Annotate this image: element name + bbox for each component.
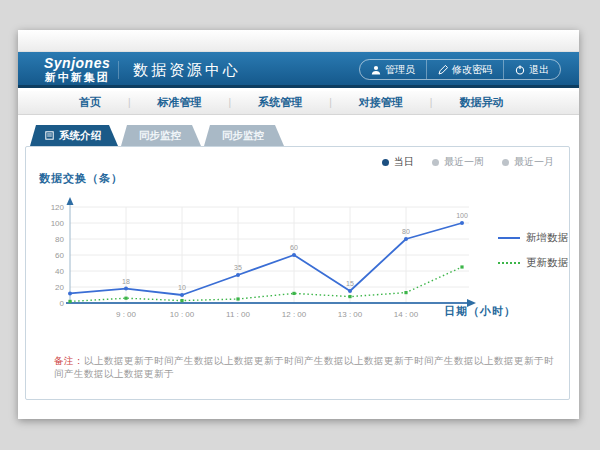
radio-today[interactable]: 当日: [382, 155, 414, 169]
radio-last-week[interactable]: 最近一周: [432, 155, 484, 169]
legend-item-new-data[interactable]: 新增数据: [498, 231, 568, 245]
radio-dot-icon: [382, 159, 389, 166]
nav-item-system-mgmt[interactable]: 系统管理: [231, 95, 329, 110]
svg-text:9 : 00: 9 : 00: [116, 310, 137, 319]
radio-label: 最近一月: [514, 155, 554, 169]
tab-label: 同步监控: [222, 129, 264, 143]
brand-logo: Synjones 新中新集团: [44, 55, 110, 84]
tab-label: 系统介绍: [59, 129, 101, 143]
tab-label: 同步监控: [139, 129, 181, 143]
radio-dot-icon: [502, 159, 509, 166]
svg-text:20: 20: [55, 283, 64, 292]
dotted-line-swatch-icon: [498, 262, 520, 264]
svg-text:100: 100: [456, 212, 468, 219]
brand-name-cn: 新中新集团: [44, 71, 110, 84]
svg-text:13 : 00: 13 : 00: [338, 310, 363, 319]
svg-text:35: 35: [234, 264, 242, 271]
user-icon: [371, 65, 381, 75]
tab-sync-monitor-1[interactable]: 同步监控: [121, 125, 201, 146]
svg-text:14 : 00: 14 : 00: [394, 310, 419, 319]
radio-dot-icon: [432, 159, 439, 166]
svg-text:120: 120: [51, 203, 65, 212]
svg-text:0: 0: [60, 299, 65, 308]
series-legend: 新增数据 更新数据: [498, 231, 568, 270]
svg-text:80: 80: [55, 235, 64, 244]
logout-button[interactable]: 退出: [503, 60, 560, 79]
change-password-button[interactable]: 修改密码: [426, 60, 503, 79]
svg-text:11 : 00: 11 : 00: [226, 310, 250, 319]
x-axis-title: 日期（小时）: [444, 304, 516, 319]
radio-label: 最近一周: [444, 155, 484, 169]
solid-line-swatch-icon: [498, 237, 520, 239]
change-password-label: 修改密码: [452, 63, 492, 77]
tab-bar: 系统介绍 同步监控 同步监控: [30, 125, 284, 146]
app-header: Synjones 新中新集团 数据资源中心 管理员 修改密码: [18, 52, 579, 88]
svg-text:18: 18: [122, 278, 130, 285]
tab-system-intro[interactable]: 系统介绍: [30, 125, 118, 146]
y-axis-title: 数据交换（条）: [39, 171, 123, 186]
document-icon: [45, 131, 54, 140]
svg-text:10 : 00: 10 : 00: [170, 310, 195, 319]
page-title: 数据资源中心: [118, 61, 241, 79]
time-range-filter: 当日 最近一周 最近一月: [382, 155, 554, 169]
browser-chrome-strip: [18, 30, 579, 52]
screen: Synjones 新中新集团 数据资源中心 管理员 修改密码: [0, 0, 600, 450]
radio-last-month[interactable]: 最近一月: [502, 155, 554, 169]
svg-text:100: 100: [51, 219, 65, 228]
legend-item-update-data[interactable]: 更新数据: [498, 256, 568, 270]
svg-text:80: 80: [402, 228, 410, 235]
current-user-button[interactable]: 管理员: [360, 60, 426, 79]
chart-panel: 当日 最近一周 最近一月 数据交换（条） 0204060801001209 : …: [25, 146, 570, 400]
main-nav: 首页| 标准管理| 系统管理| 对接管理| 数据异动: [18, 91, 579, 115]
tab-sync-monitor-2[interactable]: 同步监控: [204, 125, 284, 146]
legend-label: 更新数据: [526, 256, 568, 270]
nav-item-interface-mgmt[interactable]: 对接管理: [332, 95, 430, 110]
power-icon: [515, 65, 525, 75]
legend-label: 新增数据: [526, 231, 568, 245]
nav-item-data-change[interactable]: 数据异动: [432, 95, 530, 110]
app-window: Synjones 新中新集团 数据资源中心 管理员 修改密码: [18, 30, 579, 419]
svg-text:10: 10: [178, 284, 186, 291]
nav-item-standard-mgmt[interactable]: 标准管理: [131, 95, 229, 110]
brand-name: Synjones: [44, 55, 110, 71]
user-toolbar: 管理员 修改密码 退出: [359, 59, 561, 80]
footnote-prefix: 备注：: [54, 355, 84, 366]
nav-item-home[interactable]: 首页: [52, 95, 128, 110]
footnote: 备注：以上数据更新于时间产生数据以上数据更新于时间产生数据以上数据更新于时间产生…: [54, 355, 554, 381]
svg-text:40: 40: [55, 267, 64, 276]
svg-text:15: 15: [346, 280, 354, 287]
footnote-text: 以上数据更新于时间产生数据以上数据更新于时间产生数据以上数据更新于时间产生数据以…: [54, 355, 554, 379]
radio-label: 当日: [394, 155, 414, 169]
edit-icon: [438, 65, 448, 75]
svg-text:60: 60: [290, 244, 298, 251]
current-user-label: 管理员: [385, 63, 415, 77]
svg-text:60: 60: [55, 251, 64, 260]
svg-text:12 : 00: 12 : 00: [282, 310, 307, 319]
logout-label: 退出: [529, 63, 549, 77]
